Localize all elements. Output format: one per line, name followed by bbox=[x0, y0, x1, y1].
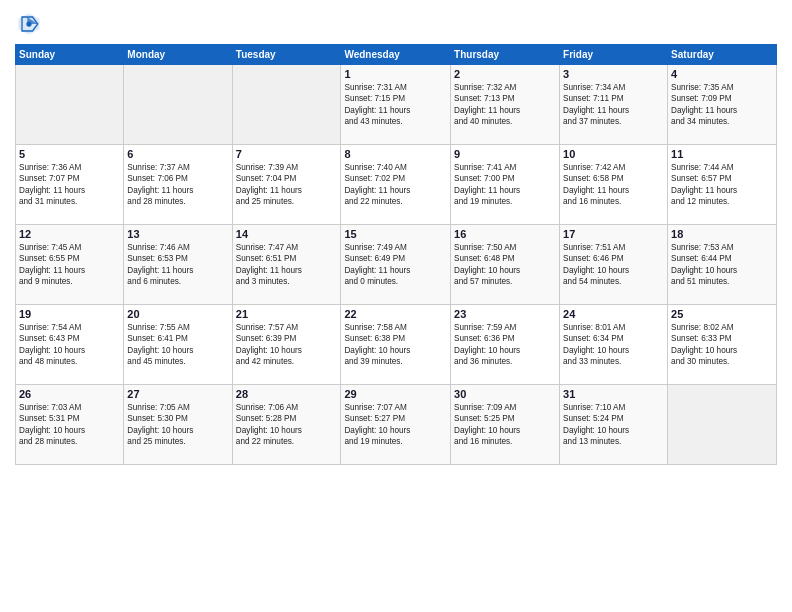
calendar-cell: 6Sunrise: 7:37 AM Sunset: 7:06 PM Daylig… bbox=[124, 145, 232, 225]
calendar-cell: 5Sunrise: 7:36 AM Sunset: 7:07 PM Daylig… bbox=[16, 145, 124, 225]
day-number: 10 bbox=[563, 148, 664, 160]
day-number: 14 bbox=[236, 228, 338, 240]
day-info: Sunrise: 7:10 AM Sunset: 5:24 PM Dayligh… bbox=[563, 402, 664, 448]
day-info: Sunrise: 7:41 AM Sunset: 7:00 PM Dayligh… bbox=[454, 162, 556, 208]
calendar-cell: 14Sunrise: 7:47 AM Sunset: 6:51 PM Dayli… bbox=[232, 225, 341, 305]
day-number: 22 bbox=[344, 308, 447, 320]
logo bbox=[15, 10, 47, 38]
day-number: 20 bbox=[127, 308, 228, 320]
day-info: Sunrise: 7:51 AM Sunset: 6:46 PM Dayligh… bbox=[563, 242, 664, 288]
calendar-cell: 21Sunrise: 7:57 AM Sunset: 6:39 PM Dayli… bbox=[232, 305, 341, 385]
calendar-cell: 28Sunrise: 7:06 AM Sunset: 5:28 PM Dayli… bbox=[232, 385, 341, 465]
day-info: Sunrise: 8:01 AM Sunset: 6:34 PM Dayligh… bbox=[563, 322, 664, 368]
day-info: Sunrise: 7:53 AM Sunset: 6:44 PM Dayligh… bbox=[671, 242, 773, 288]
weekday-header-monday: Monday bbox=[124, 45, 232, 65]
day-info: Sunrise: 7:34 AM Sunset: 7:11 PM Dayligh… bbox=[563, 82, 664, 128]
calendar-week-1: 1Sunrise: 7:31 AM Sunset: 7:15 PM Daylig… bbox=[16, 65, 777, 145]
day-info: Sunrise: 8:02 AM Sunset: 6:33 PM Dayligh… bbox=[671, 322, 773, 368]
day-info: Sunrise: 7:07 AM Sunset: 5:27 PM Dayligh… bbox=[344, 402, 447, 448]
weekday-header-row: SundayMondayTuesdayWednesdayThursdayFrid… bbox=[16, 45, 777, 65]
day-info: Sunrise: 7:37 AM Sunset: 7:06 PM Dayligh… bbox=[127, 162, 228, 208]
day-number: 28 bbox=[236, 388, 338, 400]
day-info: Sunrise: 7:55 AM Sunset: 6:41 PM Dayligh… bbox=[127, 322, 228, 368]
day-number: 11 bbox=[671, 148, 773, 160]
weekday-header-tuesday: Tuesday bbox=[232, 45, 341, 65]
weekday-header-saturday: Saturday bbox=[668, 45, 777, 65]
calendar-cell: 17Sunrise: 7:51 AM Sunset: 6:46 PM Dayli… bbox=[560, 225, 668, 305]
day-number: 12 bbox=[19, 228, 120, 240]
day-info: Sunrise: 7:40 AM Sunset: 7:02 PM Dayligh… bbox=[344, 162, 447, 208]
day-info: Sunrise: 7:50 AM Sunset: 6:48 PM Dayligh… bbox=[454, 242, 556, 288]
calendar-cell: 4Sunrise: 7:35 AM Sunset: 7:09 PM Daylig… bbox=[668, 65, 777, 145]
calendar-cell: 24Sunrise: 8:01 AM Sunset: 6:34 PM Dayli… bbox=[560, 305, 668, 385]
weekday-header-friday: Friday bbox=[560, 45, 668, 65]
calendar-cell: 1Sunrise: 7:31 AM Sunset: 7:15 PM Daylig… bbox=[341, 65, 451, 145]
calendar-cell: 26Sunrise: 7:03 AM Sunset: 5:31 PM Dayli… bbox=[16, 385, 124, 465]
calendar-cell: 11Sunrise: 7:44 AM Sunset: 6:57 PM Dayli… bbox=[668, 145, 777, 225]
day-info: Sunrise: 7:06 AM Sunset: 5:28 PM Dayligh… bbox=[236, 402, 338, 448]
day-info: Sunrise: 7:31 AM Sunset: 7:15 PM Dayligh… bbox=[344, 82, 447, 128]
day-number: 9 bbox=[454, 148, 556, 160]
calendar-week-2: 5Sunrise: 7:36 AM Sunset: 7:07 PM Daylig… bbox=[16, 145, 777, 225]
calendar-cell: 29Sunrise: 7:07 AM Sunset: 5:27 PM Dayli… bbox=[341, 385, 451, 465]
calendar-table: SundayMondayTuesdayWednesdayThursdayFrid… bbox=[15, 44, 777, 465]
calendar-cell bbox=[124, 65, 232, 145]
calendar-cell: 8Sunrise: 7:40 AM Sunset: 7:02 PM Daylig… bbox=[341, 145, 451, 225]
day-info: Sunrise: 7:39 AM Sunset: 7:04 PM Dayligh… bbox=[236, 162, 338, 208]
calendar-cell: 30Sunrise: 7:09 AM Sunset: 5:25 PM Dayli… bbox=[451, 385, 560, 465]
day-number: 21 bbox=[236, 308, 338, 320]
calendar-cell bbox=[232, 65, 341, 145]
day-number: 2 bbox=[454, 68, 556, 80]
day-number: 19 bbox=[19, 308, 120, 320]
calendar-cell: 7Sunrise: 7:39 AM Sunset: 7:04 PM Daylig… bbox=[232, 145, 341, 225]
day-info: Sunrise: 7:54 AM Sunset: 6:43 PM Dayligh… bbox=[19, 322, 120, 368]
day-info: Sunrise: 7:45 AM Sunset: 6:55 PM Dayligh… bbox=[19, 242, 120, 288]
calendar-cell: 9Sunrise: 7:41 AM Sunset: 7:00 PM Daylig… bbox=[451, 145, 560, 225]
calendar-cell: 12Sunrise: 7:45 AM Sunset: 6:55 PM Dayli… bbox=[16, 225, 124, 305]
day-info: Sunrise: 7:59 AM Sunset: 6:36 PM Dayligh… bbox=[454, 322, 556, 368]
day-number: 24 bbox=[563, 308, 664, 320]
calendar-cell: 25Sunrise: 8:02 AM Sunset: 6:33 PM Dayli… bbox=[668, 305, 777, 385]
day-number: 30 bbox=[454, 388, 556, 400]
day-info: Sunrise: 7:58 AM Sunset: 6:38 PM Dayligh… bbox=[344, 322, 447, 368]
day-info: Sunrise: 7:44 AM Sunset: 6:57 PM Dayligh… bbox=[671, 162, 773, 208]
weekday-header-wednesday: Wednesday bbox=[341, 45, 451, 65]
day-info: Sunrise: 7:05 AM Sunset: 5:30 PM Dayligh… bbox=[127, 402, 228, 448]
day-number: 29 bbox=[344, 388, 447, 400]
day-number: 31 bbox=[563, 388, 664, 400]
calendar-cell: 15Sunrise: 7:49 AM Sunset: 6:49 PM Dayli… bbox=[341, 225, 451, 305]
day-info: Sunrise: 7:42 AM Sunset: 6:58 PM Dayligh… bbox=[563, 162, 664, 208]
calendar-week-4: 19Sunrise: 7:54 AM Sunset: 6:43 PM Dayli… bbox=[16, 305, 777, 385]
day-info: Sunrise: 7:09 AM Sunset: 5:25 PM Dayligh… bbox=[454, 402, 556, 448]
calendar-cell: 27Sunrise: 7:05 AM Sunset: 5:30 PM Dayli… bbox=[124, 385, 232, 465]
calendar-week-5: 26Sunrise: 7:03 AM Sunset: 5:31 PM Dayli… bbox=[16, 385, 777, 465]
logo-icon bbox=[15, 10, 43, 38]
day-number: 23 bbox=[454, 308, 556, 320]
calendar-cell: 10Sunrise: 7:42 AM Sunset: 6:58 PM Dayli… bbox=[560, 145, 668, 225]
calendar-week-3: 12Sunrise: 7:45 AM Sunset: 6:55 PM Dayli… bbox=[16, 225, 777, 305]
day-info: Sunrise: 7:32 AM Sunset: 7:13 PM Dayligh… bbox=[454, 82, 556, 128]
day-info: Sunrise: 7:46 AM Sunset: 6:53 PM Dayligh… bbox=[127, 242, 228, 288]
calendar-cell bbox=[668, 385, 777, 465]
calendar-cell: 16Sunrise: 7:50 AM Sunset: 6:48 PM Dayli… bbox=[451, 225, 560, 305]
calendar-cell: 2Sunrise: 7:32 AM Sunset: 7:13 PM Daylig… bbox=[451, 65, 560, 145]
day-number: 8 bbox=[344, 148, 447, 160]
day-info: Sunrise: 7:57 AM Sunset: 6:39 PM Dayligh… bbox=[236, 322, 338, 368]
calendar-cell: 13Sunrise: 7:46 AM Sunset: 6:53 PM Dayli… bbox=[124, 225, 232, 305]
page: SundayMondayTuesdayWednesdayThursdayFrid… bbox=[0, 0, 792, 612]
day-number: 16 bbox=[454, 228, 556, 240]
day-number: 6 bbox=[127, 148, 228, 160]
weekday-header-thursday: Thursday bbox=[451, 45, 560, 65]
day-number: 15 bbox=[344, 228, 447, 240]
calendar-cell: 31Sunrise: 7:10 AM Sunset: 5:24 PM Dayli… bbox=[560, 385, 668, 465]
calendar-cell: 20Sunrise: 7:55 AM Sunset: 6:41 PM Dayli… bbox=[124, 305, 232, 385]
calendar-cell: 22Sunrise: 7:58 AM Sunset: 6:38 PM Dayli… bbox=[341, 305, 451, 385]
calendar-cell: 23Sunrise: 7:59 AM Sunset: 6:36 PM Dayli… bbox=[451, 305, 560, 385]
day-number: 25 bbox=[671, 308, 773, 320]
header bbox=[15, 10, 777, 38]
day-info: Sunrise: 7:35 AM Sunset: 7:09 PM Dayligh… bbox=[671, 82, 773, 128]
day-number: 27 bbox=[127, 388, 228, 400]
svg-point-2 bbox=[26, 21, 31, 26]
calendar-cell: 3Sunrise: 7:34 AM Sunset: 7:11 PM Daylig… bbox=[560, 65, 668, 145]
day-number: 26 bbox=[19, 388, 120, 400]
